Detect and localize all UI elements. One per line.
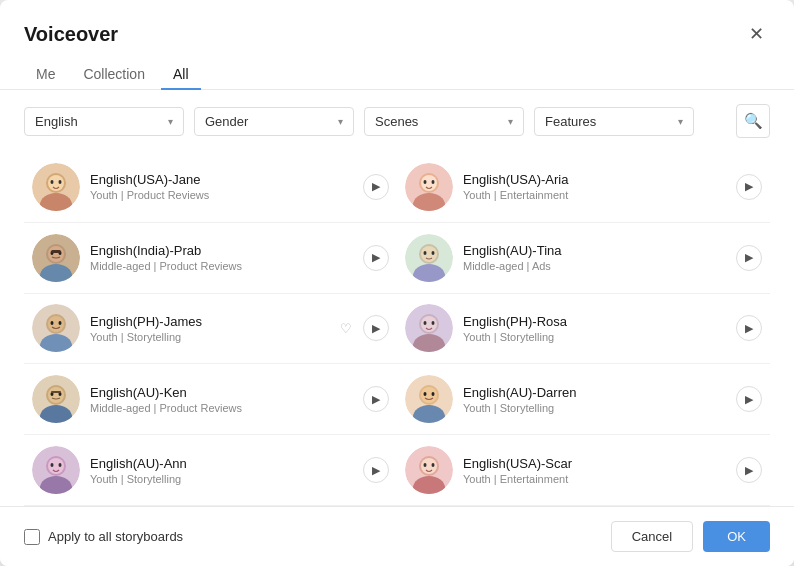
tab-bar: Me Collection All (0, 48, 794, 90)
voice-meta: Middle-aged | Ads (463, 260, 726, 272)
avatar (405, 163, 453, 211)
play-button[interactable]: ▶ (363, 457, 389, 483)
avatar (405, 446, 453, 494)
features-filter[interactable]: Features ▾ (534, 107, 694, 136)
heart-icon: ♡ (340, 321, 352, 336)
play-button[interactable]: ▶ (736, 386, 762, 412)
card-actions: ▶ (363, 386, 389, 412)
play-icon: ▶ (372, 393, 380, 406)
voice-card[interactable]: English(USA)-Jane Youth | Product Review… (24, 152, 397, 223)
voice-name: English(AU)-Ann (90, 456, 353, 471)
heart-button[interactable]: ♡ (333, 315, 359, 341)
card-actions: ▶ (736, 386, 762, 412)
voice-card[interactable]: English(AU)-Ken Middle-aged | Product Re… (24, 364, 397, 435)
chevron-down-icon: ▾ (508, 116, 513, 127)
language-filter[interactable]: English ▾ (24, 107, 184, 136)
tab-collection[interactable]: Collection (71, 60, 156, 90)
play-button[interactable]: ▶ (736, 457, 762, 483)
voice-meta: Youth | Storytelling (90, 331, 323, 343)
voice-name: English(USA)-Scar (463, 456, 726, 471)
modal-footer: Apply to all storyboards Cancel OK (0, 506, 794, 566)
play-button[interactable]: ▶ (736, 315, 762, 341)
voice-card[interactable]: English(USA)-Aria Youth | Entertainment … (397, 152, 770, 223)
voice-meta: Middle-aged | Product Reviews (90, 402, 353, 414)
cancel-button[interactable]: Cancel (611, 521, 693, 552)
voice-card[interactable]: English(PH)-James Youth | Storytelling ♡… (24, 294, 397, 365)
card-actions: ▶ (363, 457, 389, 483)
chevron-down-icon: ▾ (678, 116, 683, 127)
voice-info: English(USA)-Aria Youth | Entertainment (463, 172, 726, 201)
voice-name: English(AU)-Darren (463, 385, 726, 400)
voice-card[interactable]: English(AU)-Tina Middle-aged | Ads ▶ (397, 223, 770, 294)
play-button[interactable]: ▶ (736, 174, 762, 200)
ok-button[interactable]: OK (703, 521, 770, 552)
footer-buttons: Cancel OK (611, 521, 770, 552)
voice-name: English(PH)-James (90, 314, 323, 329)
voice-meta: Youth | Product Reviews (90, 189, 353, 201)
svg-point-4 (51, 180, 54, 184)
voice-card[interactable]: English(AU)-Darren Youth | Storytelling … (397, 364, 770, 435)
svg-point-28 (48, 316, 64, 332)
modal-header: Voiceover ✕ (0, 0, 794, 48)
play-icon: ▶ (745, 180, 753, 193)
svg-point-15 (48, 246, 64, 262)
voice-info: English(AU)-Tina Middle-aged | Ads (463, 243, 726, 272)
chevron-down-icon: ▾ (168, 116, 173, 127)
apply-all-label[interactable]: Apply to all storyboards (24, 529, 183, 545)
voice-meta: Youth | Storytelling (463, 402, 726, 414)
svg-point-30 (59, 321, 62, 325)
avatar (405, 375, 453, 423)
card-actions: ▶ (363, 245, 389, 271)
svg-point-36 (432, 321, 435, 325)
card-actions: ▶ (363, 174, 389, 200)
voice-info: English(India)-Prab Middle-aged | Produc… (90, 243, 353, 272)
play-button[interactable]: ▶ (363, 315, 389, 341)
scenes-filter[interactable]: Scenes ▾ (364, 107, 524, 136)
play-icon: ▶ (745, 322, 753, 335)
play-button[interactable]: ▶ (363, 386, 389, 412)
play-button[interactable]: ▶ (363, 245, 389, 271)
svg-point-48 (424, 392, 427, 396)
play-button[interactable]: ▶ (736, 245, 762, 271)
voice-info: English(AU)-Darren Youth | Storytelling (463, 385, 726, 414)
voice-list: English(USA)-Jane Youth | Product Review… (0, 152, 794, 506)
voice-card[interactable]: English(USA)-Scar Youth | Entertainment … (397, 435, 770, 506)
voice-info: English(USA)-Jane Youth | Product Review… (90, 172, 353, 201)
voiceover-modal: Voiceover ✕ Me Collection All English ▾ … (0, 0, 794, 566)
tab-all[interactable]: All (161, 60, 201, 90)
play-icon: ▶ (745, 393, 753, 406)
svg-point-54 (51, 463, 54, 467)
svg-point-55 (59, 463, 62, 467)
chevron-down-icon: ▾ (338, 116, 343, 127)
card-actions: ♡ ▶ (333, 315, 389, 341)
apply-all-checkbox[interactable] (24, 529, 40, 545)
svg-point-49 (432, 392, 435, 396)
voice-name: English(PH)-Rosa (463, 314, 726, 329)
scenes-filter-placeholder: Scenes (375, 114, 418, 129)
voice-info: English(AU)-Ken Middle-aged | Product Re… (90, 385, 353, 414)
filter-bar: English ▾ Gender ▾ Scenes ▾ Features ▾ 🔍 (0, 90, 794, 152)
play-icon: ▶ (745, 251, 753, 264)
voice-meta: Youth | Storytelling (90, 473, 353, 485)
svg-point-24 (432, 251, 435, 255)
play-button[interactable]: ▶ (363, 174, 389, 200)
voice-name: English(AU)-Tina (463, 243, 726, 258)
svg-point-29 (51, 321, 54, 325)
gender-filter-placeholder: Gender (205, 114, 248, 129)
voice-name: English(India)-Prab (90, 243, 353, 258)
voice-card[interactable]: English(PH)-Rosa Youth | Storytelling ▶ (397, 294, 770, 365)
avatar (32, 304, 80, 352)
voice-card[interactable]: English(AU)-Ann Youth | Storytelling ▶ (24, 435, 397, 506)
voice-card[interactable]: English(India)-Prab Middle-aged | Produc… (24, 223, 397, 294)
tab-me[interactable]: Me (24, 60, 67, 90)
search-button[interactable]: 🔍 (736, 104, 770, 138)
gender-filter[interactable]: Gender ▾ (194, 107, 354, 136)
voice-meta: Youth | Entertainment (463, 473, 726, 485)
search-icon: 🔍 (744, 112, 763, 130)
svg-point-11 (432, 180, 435, 184)
svg-point-5 (59, 180, 62, 184)
voice-info: English(PH)-James Youth | Storytelling (90, 314, 323, 343)
voice-info: English(AU)-Ann Youth | Storytelling (90, 456, 353, 485)
close-button[interactable]: ✕ (742, 20, 770, 48)
close-icon: ✕ (749, 23, 764, 45)
